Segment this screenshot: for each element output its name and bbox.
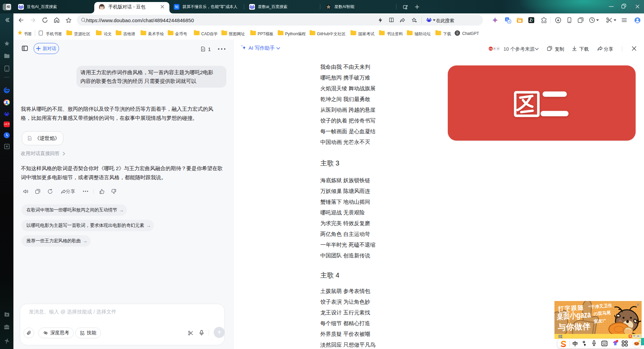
svg-text:du: du	[20, 7, 22, 9]
svg-text:A: A	[508, 20, 510, 23]
svg-text:du: du	[251, 7, 253, 9]
